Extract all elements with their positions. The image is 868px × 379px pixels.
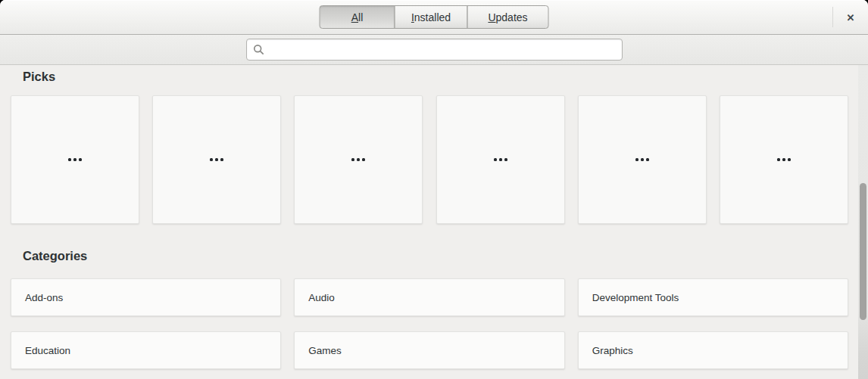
category-label: Add-ons — [25, 292, 63, 303]
category-tile-addons[interactable]: Add-ons — [11, 278, 281, 316]
tab-all[interactable]: All — [320, 5, 395, 29]
categories-heading: Categories — [0, 248, 868, 264]
category-label: Graphics — [592, 345, 633, 356]
loading-dots-icon — [635, 158, 649, 161]
category-label: Education — [25, 345, 70, 356]
pick-tile[interactable] — [720, 95, 848, 224]
loading-dots-icon — [210, 158, 223, 161]
tab-updates-label: Updates — [488, 11, 527, 23]
picks-heading: Picks — [0, 65, 868, 85]
header-separator — [832, 7, 833, 27]
picks-row — [11, 95, 848, 224]
search-input[interactable] — [269, 43, 616, 56]
scrollbar-thumb[interactable] — [860, 183, 866, 320]
pick-tile[interactable] — [11, 95, 139, 224]
pick-tile[interactable] — [152, 95, 281, 224]
loading-dots-icon — [777, 158, 791, 161]
header-bar: All Installed Updates ✕ — [0, 0, 868, 35]
category-tile-graphics[interactable]: Graphics — [578, 331, 848, 369]
category-label: Games — [308, 345, 342, 356]
software-window: All Installed Updates ✕ Pic — [0, 0, 868, 379]
close-button[interactable]: ✕ — [839, 6, 862, 29]
pick-tile[interactable] — [578, 95, 707, 224]
loading-dots-icon — [494, 158, 507, 161]
search-entry[interactable] — [246, 39, 623, 61]
categories-grid: Add-ons Audio Development Tools Educatio… — [11, 278, 848, 369]
view-switcher: All Installed Updates — [320, 5, 549, 29]
tab-installed-label: Installed — [411, 11, 451, 23]
tab-installed[interactable]: Installed — [395, 5, 468, 29]
category-tile-games[interactable]: Games — [294, 331, 564, 369]
category-tile-audio[interactable]: Audio — [294, 278, 564, 316]
tab-all-label: All — [351, 11, 364, 23]
tab-updates[interactable]: Updates — [467, 5, 549, 29]
scrollbar-track[interactable] — [858, 65, 868, 379]
category-tile-development-tools[interactable]: Development Tools — [578, 278, 848, 316]
pick-tile[interactable] — [436, 95, 565, 224]
category-tile-education[interactable]: Education — [11, 331, 281, 369]
search-bar — [0, 35, 868, 65]
close-icon: ✕ — [847, 12, 855, 23]
category-label: Audio — [308, 292, 335, 303]
main-content: Picks Categories Add-ons — [0, 65, 868, 379]
category-label: Development Tools — [592, 292, 679, 303]
pick-tile[interactable] — [294, 95, 423, 224]
loading-dots-icon — [68, 158, 82, 161]
loading-dots-icon — [351, 158, 365, 161]
search-icon — [253, 44, 264, 55]
